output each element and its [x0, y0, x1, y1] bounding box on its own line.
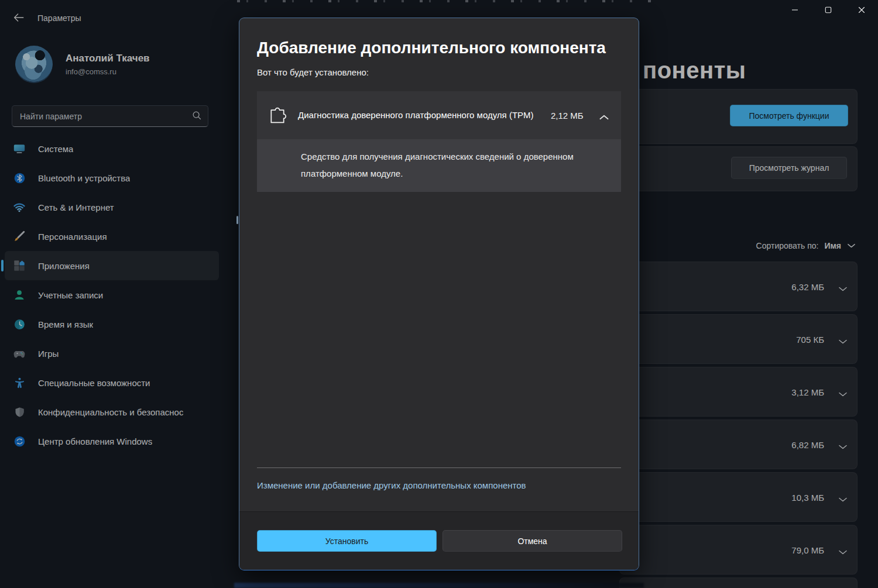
add-optional-feature-dialog: Добавление дополнительного компонента Во…	[239, 18, 639, 570]
dialog-title: Добавление дополнительного компонента	[257, 39, 606, 57]
dialog-subtitle: Вот что будет установлено:	[257, 67, 369, 77]
puzzle-piece-icon	[268, 105, 287, 125]
minimize-icon	[791, 6, 798, 15]
more-components-link[interactable]: Изменение или добавление других дополнит…	[257, 480, 526, 490]
component-header[interactable]: Диагностика доверенного платформенного м…	[257, 91, 621, 139]
close-button[interactable]	[845, 0, 878, 21]
close-icon	[858, 6, 865, 15]
component-description: Средство для получения диагностических с…	[257, 139, 621, 192]
install-button[interactable]: Установить	[257, 530, 437, 552]
window-controls	[778, 0, 878, 21]
cancel-button[interactable]: Отмена	[443, 530, 622, 552]
maximize-button[interactable]	[811, 0, 845, 21]
dialog-footer: Установить Отмена	[239, 511, 639, 570]
settings-window: Параметры Анатолий Ткачев info@comss.ru …	[0, 0, 878, 588]
maximize-icon	[825, 6, 832, 15]
scrollbar-thumb[interactable]	[236, 216, 238, 224]
component-item: Диагностика доверенного платформенного м…	[257, 91, 621, 192]
component-size: 2,12 МБ	[551, 111, 584, 121]
minimize-button[interactable]	[778, 0, 811, 21]
divider	[257, 467, 621, 468]
component-name: Диагностика доверенного платформенного м…	[298, 109, 544, 122]
chevron-up-icon[interactable]	[599, 112, 609, 119]
